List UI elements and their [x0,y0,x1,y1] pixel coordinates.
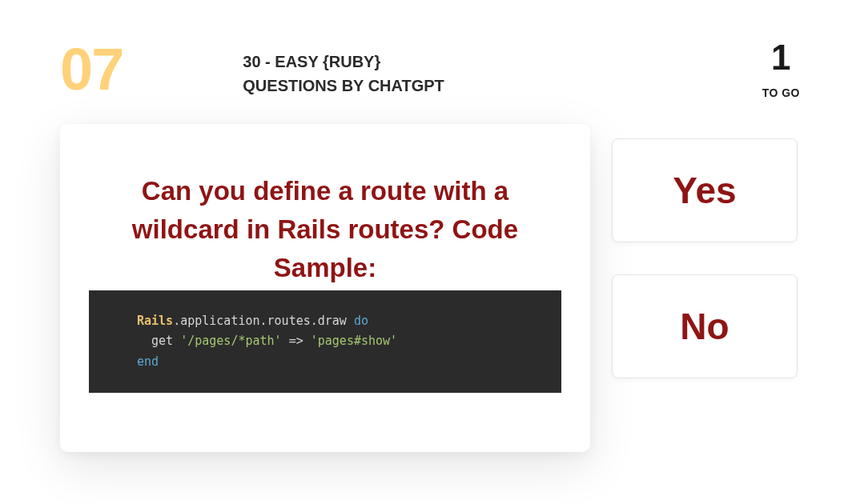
code-token: 'pages#show' [311,334,397,348]
remaining-count: 1 [762,40,800,75]
code-token: => [282,334,311,348]
code-line: Rails.application.routes.draw do [137,311,513,332]
code-token: end [137,354,159,369]
code-line: end [137,352,513,373]
code-token: get [137,334,180,348]
question-text: Can you define a route with a wildcard i… [89,172,561,287]
answer-panel: Yes No [612,138,798,378]
question-card: Can you define a route with a wildcard i… [60,124,590,452]
code-token: Rails [137,314,173,328]
code-sample: Rails.application.routes.draw do get '/p… [89,290,561,394]
question-number: 07 [60,40,123,99]
remaining-label: TO GO [762,86,800,99]
code-token: do [354,314,368,328]
answer-yes-button[interactable]: Yes [612,138,798,242]
code-token: '/pages/*path' [180,334,281,348]
answer-no-button[interactable]: No [612,274,798,378]
quiz-title-line2: QUESTIONS BY CHATGPT [243,74,444,98]
quiz-title-line1: 30 - EASY {RUBY} [243,50,444,74]
quiz-title: 30 - EASY {RUBY} QUESTIONS BY CHATGPT [243,50,444,98]
code-line: get '/pages/*path' => 'pages#show' [137,331,513,352]
code-token: .application.routes.draw [173,314,354,328]
header-bar: 07 30 - EASY {RUBY} QUESTIONS BY CHATGPT… [60,40,800,99]
remaining-counter: 1 TO GO [762,40,800,99]
